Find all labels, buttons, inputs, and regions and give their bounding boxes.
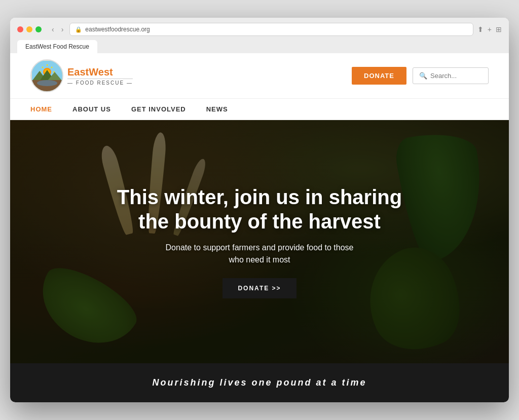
address-bar-row: 🔒 eastwestfoodrescue.org ⬆ + ⊞ (69, 23, 502, 36)
footer-tagline: Nourishing lives one pound at a time (10, 363, 509, 402)
svg-line-4 (51, 67, 52, 68)
tagline-text: Nourishing lives one pound at a time (152, 377, 366, 388)
hero-background: This winter, join us in sharing the boun… (10, 120, 509, 363)
nav-news[interactable]: NEWS (206, 99, 228, 119)
search-icon: 🔍 (419, 72, 427, 80)
site-header: EastWest — Food Rescue — DONATE 🔍 (10, 53, 509, 99)
browser-chrome: ‹ › 🔒 eastwestfoodrescue.org ⬆ + ⊞ EastW… (10, 18, 509, 53)
browser-tabs: EastWest Food Rescue (17, 40, 502, 53)
grid-icon[interactable]: ⊞ (496, 25, 502, 33)
add-tab-icon[interactable]: + (488, 25, 492, 33)
lock-icon: 🔒 (75, 26, 82, 33)
active-tab[interactable]: EastWest Food Rescue (17, 40, 97, 53)
address-bar-actions: ⬆ + ⊞ (477, 25, 502, 33)
close-button[interactable] (17, 26, 23, 32)
svg-line-6 (42, 67, 43, 68)
logo-brand: EastWest (67, 66, 133, 78)
header-donate-button[interactable]: DONATE (352, 67, 406, 85)
search-input[interactable] (430, 72, 482, 80)
traffic-lights (17, 26, 42, 32)
back-button[interactable]: ‹ (50, 24, 56, 34)
browser-controls: ‹ › (50, 24, 65, 34)
logo-image (30, 59, 63, 92)
site-nav: HOME ABOUT US GET INVOLVED NEWS (10, 99, 509, 120)
logo-east: East (67, 66, 89, 78)
hero-subtitle: Donate to support farmers and provide fo… (163, 242, 356, 266)
site-content: EastWest — Food Rescue — DONATE 🔍 HOME A… (10, 53, 509, 402)
hero-section: This winter, join us in sharing the boun… (10, 120, 509, 363)
logo-text: EastWest — Food Rescue — (67, 66, 133, 86)
forward-button[interactable]: › (59, 24, 66, 34)
browser-titlebar: ‹ › 🔒 eastwestfoodrescue.org ⬆ + ⊞ (17, 23, 502, 36)
header-right: DONATE 🔍 (352, 67, 489, 85)
maximize-button[interactable] (35, 26, 42, 32)
minimize-button[interactable] (26, 26, 32, 32)
nav-about[interactable]: ABOUT US (72, 99, 111, 119)
address-bar[interactable]: 🔒 eastwestfoodrescue.org (69, 23, 473, 36)
hero-content: This winter, join us in sharing the boun… (10, 120, 509, 363)
nav-get-involved[interactable]: GET INVOLVED (131, 99, 186, 119)
browser-window: ‹ › 🔒 eastwestfoodrescue.org ⬆ + ⊞ EastW… (10, 18, 509, 402)
hero-donate-button[interactable]: DONATE >> (223, 278, 296, 298)
hero-title: This winter, join us in sharing the boun… (107, 185, 412, 234)
logo-tagline: — Food Rescue — (67, 79, 133, 86)
logo-area: EastWest — Food Rescue — (30, 59, 133, 92)
share-icon[interactable]: ⬆ (477, 25, 484, 33)
svg-point-12 (37, 80, 57, 86)
logo-west: West (89, 66, 113, 78)
nav-home[interactable]: HOME (30, 99, 52, 119)
url-text: eastwestfoodrescue.org (85, 26, 150, 33)
search-box[interactable]: 🔍 (413, 67, 489, 84)
